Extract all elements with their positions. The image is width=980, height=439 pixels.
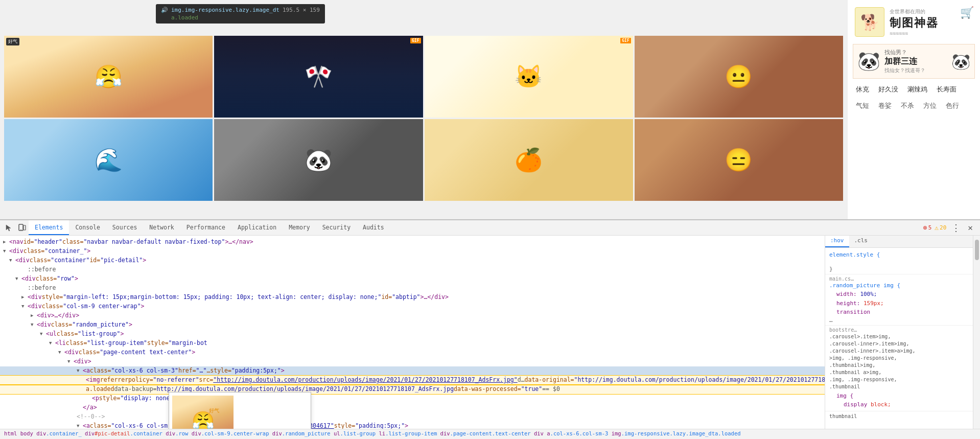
attr-val-style-p1: "display: none"	[120, 394, 173, 403]
styles-panel: :hov .cls element.style { } main.cs… .ra…	[825, 236, 973, 429]
image-cell-anime[interactable]: 🎌 GIF	[214, 36, 423, 118]
attr-class-colsm9: class=	[42, 302, 63, 311]
tag-busha[interactable]: 不杀	[898, 100, 917, 111]
dom-line-abptip: ▶ <div style="margin-left: 15px;margin-b…	[0, 293, 825, 302]
image-emoji-6: 🐼	[305, 147, 333, 173]
bc-li: li	[379, 430, 385, 436]
warning-icon: ⚠	[935, 224, 939, 232]
tab-application[interactable]: Application	[231, 220, 283, 235]
tab-memory[interactable]: Memory	[283, 220, 316, 235]
cart-icon[interactable]: 🛒	[960, 6, 974, 19]
tag-xiuke[interactable]: 休克	[853, 84, 872, 95]
tag-div-abptip: <div	[28, 293, 42, 302]
bc-div2: div	[85, 430, 95, 436]
triangle-row: ▼	[15, 275, 21, 283]
tag-haojiu[interactable]: 好久没	[875, 84, 901, 95]
dom-line-container_: ▼ <div class="container_" >	[0, 247, 825, 256]
tag-a-anchor2-end: >	[405, 422, 408, 429]
attr-val-class-listgroup: "list-group"	[78, 330, 120, 339]
tab-audits[interactable]: Audits	[357, 220, 390, 235]
styles-body[interactable]: element.style { } main.cs… .random_pictu…	[825, 248, 973, 429]
thumbnail-label-area: thumbnail	[825, 411, 973, 421]
speaker-icon: 🔊	[161, 7, 168, 13]
triangle-abptip: ▶	[21, 294, 28, 301]
attr-val-class-anchor1: "col-xs-6 col-sm-3"	[111, 366, 178, 376]
tag-shuanlaji[interactable]: 涮辣鸡	[904, 84, 930, 95]
tag-div-container-end: >	[143, 256, 146, 265]
dom-panel[interactable]: ▶ <nav id="header" class="navbar navbar-…	[0, 236, 825, 429]
attr-val-class-randompic: "random_picture"	[72, 320, 129, 330]
device-toolbar-icon[interactable]	[16, 222, 28, 234]
style-rule-close-main: …	[829, 317, 969, 324]
bc-class1: .container_	[46, 430, 82, 436]
tab-elements[interactable]: Elements	[29, 220, 69, 235]
bc-img: img	[612, 430, 621, 436]
image-cell-cat[interactable]: 🐱 GIF	[425, 36, 633, 118]
tag-a-anchor2: <a	[83, 422, 90, 429]
image-cell-food[interactable]: 🍊	[425, 119, 633, 201]
tab-sources[interactable]: Sources	[106, 220, 143, 235]
attr-val-id-abptip: "abptip"	[392, 293, 420, 302]
tag-changshoumian[interactable]: 长寿面	[934, 84, 960, 95]
tag-div-inner: <div>…</div>	[37, 311, 79, 320]
tag-juanlv[interactable]: 卷娑	[875, 100, 895, 111]
attr-class-li: class=	[66, 339, 87, 348]
image-cell-person[interactable]: 😤 好气	[4, 36, 213, 118]
attr-src-img1: src=	[199, 376, 214, 385]
style-rule-element: element.style { }	[825, 250, 973, 274]
bc-div7: div	[534, 430, 544, 436]
bc-html: html	[4, 430, 17, 436]
dom-line-img1[interactable]: <img referrerpolicy="no-referrer" src="h…	[0, 376, 825, 385]
error-count: 5	[928, 224, 932, 231]
prop-transition-name: transition	[836, 309, 870, 315]
triangle-li: ▼	[49, 340, 55, 347]
dom-line-anchor1[interactable]: ▼ <a class="col-xs-6 col-sm-3" href="…" …	[0, 366, 825, 376]
image-cell-blue[interactable]: 🌊	[4, 119, 213, 201]
dom-line-container: ▼ <div class="container" id="pic-detail"…	[0, 256, 825, 265]
styles-tab-hov[interactable]: :hov	[825, 236, 849, 247]
tag-sexing[interactable]: 色行	[943, 100, 962, 111]
image-emoji-1: 😤	[95, 63, 123, 90]
bc-class9: .col-xs-6.col-sm-3	[550, 430, 609, 436]
image-cell-woman[interactable]: 😐	[635, 36, 843, 118]
attr-val-class-container: "container"	[51, 256, 89, 265]
tab-performance[interactable]: Performance	[180, 220, 231, 235]
dom-line-before1: ::before	[0, 265, 825, 274]
tab-console[interactable]: Console	[69, 220, 106, 235]
dom-line-comment0: <!--0-->	[0, 412, 825, 422]
dom-line-img1-cont: a.loaded data-backup= http://img.doutula…	[0, 385, 825, 394]
triangle-innerdiv: ▶	[31, 312, 37, 319]
image-cell-panda[interactable]: 🐼	[214, 119, 423, 201]
site-logo-text-area: 全世界都在用的 制图神器 ≋≋≋≋≋≋	[890, 8, 939, 36]
tag-qiduan[interactable]: 气短	[853, 100, 872, 111]
dom-line-p1: <p style="display: none" ></p>	[0, 394, 825, 403]
tab-network[interactable]: Network	[143, 220, 180, 235]
tab-security[interactable]: Security	[316, 220, 357, 235]
triangle-innerdiv2: ▼	[67, 358, 74, 365]
element-tooltip: 🔊 img.img-responsive.lazy.image_dt 195.5…	[156, 4, 325, 24]
styles-tab-cls[interactable]: .cls	[849, 236, 873, 247]
thumbnail-label: thumbnail	[829, 413, 969, 419]
image-cell-face2[interactable]: 😑	[635, 119, 843, 201]
dom-line-randompic: ▼ <div class="random_picture" >	[0, 320, 825, 330]
attr-style-abptip: style=	[42, 293, 63, 302]
bc-body: body	[20, 430, 33, 436]
dom-scrollbar[interactable]	[973, 236, 980, 429]
site-logo-big: 制图神器	[890, 15, 939, 31]
attr-val-src-img1[interactable]: "http://img.doutula.com/production/uploa…	[213, 376, 517, 385]
attr-orig-img1: data-original=	[525, 376, 574, 385]
tag-fangwei[interactable]: 方位	[920, 100, 940, 111]
inspect-element-icon[interactable]	[3, 222, 15, 234]
dom-line-anchor2[interactable]: ▼ <a class="col-xs-6 col-sm-3" href="htt…	[0, 422, 825, 429]
bc-class3: .row	[175, 430, 188, 436]
tag-div-container_: <div	[9, 247, 24, 256]
close-devtools-icon[interactable]: ✕	[966, 222, 975, 234]
scrollbar-thumb[interactable]	[975, 240, 979, 260]
more-options-icon[interactable]: ⋮	[949, 221, 963, 234]
triangle-anchor1: ▼	[77, 367, 83, 375]
tag-div-colsm9-end: >	[141, 302, 145, 311]
gif-badge-2: GIF	[410, 38, 421, 43]
attr-val-class-row: "row"	[57, 274, 75, 284]
tag-ul-listgroup-end: >	[120, 330, 124, 339]
attr-processed-img1: data-was-processed=	[454, 385, 521, 394]
